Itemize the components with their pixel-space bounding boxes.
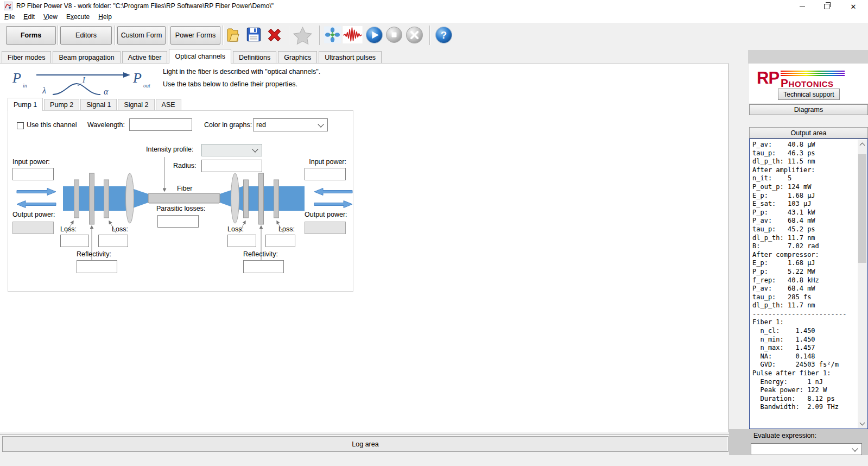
close-button[interactable]: ✕ xyxy=(839,0,868,13)
parasitic-losses-input[interactable] xyxy=(157,215,199,228)
tab-fiber-modes[interactable]: Fiber modes xyxy=(2,51,51,63)
intensity-profile-label: Intensity profile: xyxy=(146,146,194,153)
channel-tab-signal-2[interactable]: Signal 2 xyxy=(118,99,154,110)
open-file-button[interactable] xyxy=(225,26,240,43)
channel-tab-pump-2[interactable]: Pump 2 xyxy=(44,99,79,110)
favorite-button[interactable] xyxy=(293,26,313,45)
output-area-header[interactable]: Output area xyxy=(749,127,868,138)
color-in-graphs-select[interactable]: red xyxy=(253,118,328,131)
evaluate-expression-combobox[interactable] xyxy=(751,443,862,455)
output-line: P_out_p: 124 mW xyxy=(752,183,858,192)
tab-ultrashort-pulses[interactable]: Ultrashort pulses xyxy=(319,51,382,63)
stop-button[interactable] xyxy=(385,26,403,43)
diagrams-button[interactable]: Diagrams xyxy=(749,104,868,115)
menu-item-view[interactable]: View xyxy=(39,12,62,22)
parasitic-losses-label: Parasitic losses: xyxy=(156,205,205,212)
sidebar-header-block xyxy=(748,50,868,64)
evaluate-expression-bar: Evaluate expression: xyxy=(729,429,868,455)
output-line: dl_p_th: 11.5 nm xyxy=(752,158,858,166)
beam-profile-button[interactable] xyxy=(324,26,341,43)
minimize-button[interactable] xyxy=(790,0,814,13)
loss-input-2[interactable] xyxy=(98,235,128,247)
output-line: P_p: 5.22 MW xyxy=(752,268,858,276)
run-play-icon xyxy=(365,26,383,44)
output-line: GVD: 24503 fs²/m xyxy=(752,361,858,369)
intensity-profile-select[interactable] xyxy=(201,144,262,156)
menu-item-help[interactable]: Help xyxy=(94,12,116,22)
technical-support-button[interactable]: Technical support xyxy=(778,89,840,100)
toolbar-button-forms[interactable]: Forms xyxy=(6,26,56,45)
tab-optical-channels[interactable]: Optical channels xyxy=(169,49,231,64)
scroll-down-button[interactable] xyxy=(858,419,867,428)
scroll-up-button[interactable] xyxy=(858,140,867,149)
input-power-left-input[interactable] xyxy=(12,168,54,180)
p-out-subscript: out xyxy=(143,83,150,89)
log-area-label: Log area xyxy=(352,440,378,448)
left-direction-arrows xyxy=(17,188,56,208)
menu-item-execute[interactable]: Execute xyxy=(62,12,94,22)
toolbar-button-custom-form[interactable]: Custom Form xyxy=(117,26,166,45)
application-window: RP Fiber Power V8 - work folder: "C:\Pro… xyxy=(0,0,868,466)
output-line: Energy: 1 nJ xyxy=(752,378,858,387)
input-power-right-input[interactable] xyxy=(305,168,346,180)
menu-item-edit[interactable]: Edit xyxy=(19,12,39,22)
loss-label-1: Loss: xyxy=(60,225,77,233)
pulse-display-button[interactable] xyxy=(343,26,363,43)
beam-profile-icon xyxy=(324,26,341,43)
help-button[interactable]: ? xyxy=(435,26,453,44)
rainbow-stripe xyxy=(781,75,845,76)
delete-button[interactable] xyxy=(265,26,283,44)
scrollbar-thumb[interactable] xyxy=(858,154,866,263)
wavelength-input[interactable] xyxy=(129,118,192,131)
output-line: P_p: 43.1 kW xyxy=(752,209,858,217)
output-line: n_max: 1.457 xyxy=(752,344,858,352)
abort-button[interactable] xyxy=(406,26,423,44)
output-line: tau_p: 45.2 ps xyxy=(752,225,858,234)
output-scrollbar[interactable] xyxy=(858,140,867,428)
toolbar-button-editors[interactable]: Editors xyxy=(60,26,112,45)
reflectivity-left-input[interactable] xyxy=(77,260,117,273)
output-line: P_av: 40.8 µW xyxy=(752,141,858,149)
output-line: Pulse after fiber 1: xyxy=(752,369,858,378)
toolbar-separator xyxy=(58,26,59,45)
output-power-right-output xyxy=(305,222,346,234)
channel-settings-panel: Use this channel Wavelength: Color in gr… xyxy=(8,110,353,292)
channel-tab-signal-1[interactable]: Signal 1 xyxy=(80,99,117,110)
favorite-star-icon xyxy=(293,26,313,45)
tab-beam-propagation[interactable]: Beam propagation xyxy=(53,51,120,63)
window-title: RP Fiber Power V8 - work folder: "C:\Pro… xyxy=(16,2,274,10)
intensity-symbol: I xyxy=(82,76,86,84)
output-line: Bandwidth: 2.09 THz xyxy=(752,403,858,412)
toolbar: ? FormsEditorsCustom FormPower Forms xyxy=(0,23,868,49)
toolbar-separator xyxy=(223,26,224,45)
use-this-channel-checkbox[interactable] xyxy=(17,122,24,129)
toolbar-separator xyxy=(289,26,290,45)
loss-input-3[interactable] xyxy=(227,235,256,247)
toolbar-button-power-forms[interactable]: Power Forms xyxy=(170,26,220,45)
output-text: P_av: 40.8 µWtau_p: 46.3 psdl_p_th: 11.5… xyxy=(752,141,858,412)
log-area-bar[interactable]: Log area xyxy=(2,436,728,452)
tab-definitions[interactable]: Definitions xyxy=(233,51,276,63)
tab-graphics[interactable]: Graphics xyxy=(278,51,317,63)
save-button[interactable] xyxy=(245,26,262,43)
rp-photonics-logo: RP Photonics xyxy=(757,70,845,89)
menu-item-file[interactable]: File xyxy=(0,12,19,22)
color-select-value: red xyxy=(254,121,319,129)
p-out-symbol: P xyxy=(132,70,142,86)
loss-input-1[interactable] xyxy=(60,235,89,247)
output-line: dl_p_th: 11.7 nm xyxy=(752,301,858,310)
radius-input[interactable] xyxy=(201,160,262,172)
channel-tab-pump-1[interactable]: Pump 1 xyxy=(8,98,43,111)
restore-button[interactable] xyxy=(814,0,839,13)
run-button[interactable] xyxy=(365,26,383,44)
menu-bar: FileEditViewExecuteHelp xyxy=(0,12,868,23)
output-line: E_p: 1.68 µJ xyxy=(752,259,858,268)
reflectivity-right-input[interactable] xyxy=(243,260,284,273)
loss-input-4[interactable] xyxy=(265,235,295,247)
radius-label: Radius: xyxy=(173,162,196,169)
chevron-down-icon xyxy=(852,445,858,451)
evaluate-expression-label: Evaluate expression: xyxy=(753,432,816,439)
output-area: P_av: 40.8 µWtau_p: 46.3 psdl_p_th: 11.5… xyxy=(749,138,868,429)
channel-tab-ase[interactable]: ASE xyxy=(156,99,181,110)
tab-active-fiber[interactable]: Active fiber xyxy=(122,51,168,63)
